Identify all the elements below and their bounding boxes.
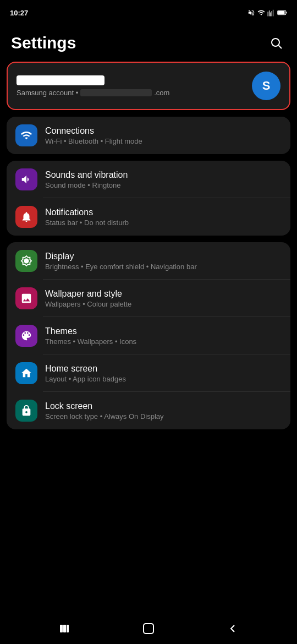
sounds-text: Sounds and vibration Sound mode • Ringto… xyxy=(45,170,282,189)
svg-line-4 xyxy=(279,46,282,49)
display-text: Display Brightness • Eye comfort shield … xyxy=(45,252,282,271)
lockscreen-text: Lock screen Screen lock type • Always On… xyxy=(45,401,282,421)
brightness-icon xyxy=(20,255,32,267)
lock-icon xyxy=(20,405,32,417)
display-sublabel: Brightness • Eye comfort shield • Naviga… xyxy=(45,263,282,271)
svg-rect-1 xyxy=(286,12,287,14)
account-email-blurred xyxy=(80,89,152,96)
signal-icon xyxy=(267,9,275,17)
themes-sublabel: Themes • Wallpapers • Icons xyxy=(45,337,282,346)
status-time: 10:27 xyxy=(10,9,28,17)
recents-button[interactable] xyxy=(51,618,78,640)
search-icon xyxy=(270,36,283,50)
settings-item-themes[interactable]: Themes Themes • Wallpapers • Icons xyxy=(7,317,290,354)
page-content: Settings Samsung account • .com S xyxy=(0,22,297,474)
header: Settings xyxy=(0,22,297,62)
volume-icon xyxy=(20,173,32,185)
home-nav-icon xyxy=(142,622,155,635)
image-icon xyxy=(20,292,32,304)
connections-sublabel: Wi-Fi • Bluetooth • Flight mode xyxy=(45,137,282,145)
settings-item-sounds[interactable]: Sounds and vibration Sound mode • Ringto… xyxy=(7,161,290,198)
wifi-icon xyxy=(20,129,32,141)
display-label: Display xyxy=(45,252,282,261)
notifications-text: Notifications Status bar • Do not distur… xyxy=(45,208,282,227)
settings-group-display-etc: Display Brightness • Eye comfort shield … xyxy=(7,242,290,429)
settings-group-sound-notif: Sounds and vibration Sound mode • Ringto… xyxy=(7,161,290,236)
account-info: Samsung account • .com xyxy=(16,75,252,97)
homescreen-label: Home screen xyxy=(45,364,282,374)
bell-icon xyxy=(20,211,32,223)
svg-rect-7 xyxy=(67,625,69,632)
themes-icon xyxy=(20,330,32,342)
connections-text: Connections Wi-Fi • Bluetooth • Flight m… xyxy=(45,126,282,145)
homescreen-icon xyxy=(15,362,37,384)
account-card[interactable]: Samsung account • .com S xyxy=(7,62,290,110)
mute-icon xyxy=(248,9,255,17)
lockscreen-sublabel: Screen lock type • Always On Display xyxy=(45,412,282,421)
sounds-icon xyxy=(15,168,37,190)
lockscreen-label: Lock screen xyxy=(45,401,282,411)
wifi-status-icon xyxy=(257,9,265,17)
wallpaper-sublabel: Wallpapers • Colour palette xyxy=(45,300,282,308)
svg-rect-2 xyxy=(278,11,285,14)
themes-text: Themes Themes • Wallpapers • Icons xyxy=(45,326,282,346)
back-button[interactable] xyxy=(219,618,246,640)
settings-item-lockscreen[interactable]: Lock screen Screen lock type • Always On… xyxy=(7,392,290,429)
notifications-label: Notifications xyxy=(45,208,282,217)
connections-icon xyxy=(15,124,37,146)
svg-rect-6 xyxy=(63,625,66,632)
notifications-sublabel: Status bar • Do not disturb xyxy=(45,219,282,227)
status-icons xyxy=(248,9,287,17)
battery-icon xyxy=(277,9,287,16)
status-bar: 10:27 xyxy=(0,0,297,22)
home-icon xyxy=(20,367,32,379)
settings-item-wallpaper[interactable]: Wallpaper and style Wallpapers • Colour … xyxy=(7,280,290,317)
display-icon xyxy=(15,250,37,272)
wallpaper-label: Wallpaper and style xyxy=(45,289,282,299)
page-title: Settings xyxy=(11,34,76,52)
account-avatar: S xyxy=(252,72,280,100)
svg-rect-5 xyxy=(60,625,63,632)
sounds-label: Sounds and vibration xyxy=(45,170,282,180)
lockscreen-icon xyxy=(15,400,37,422)
wallpaper-text: Wallpaper and style Wallpapers • Colour … xyxy=(45,289,282,308)
back-icon xyxy=(226,622,239,635)
sounds-sublabel: Sound mode • Ringtone xyxy=(45,181,282,189)
account-email-prefix: Samsung account • xyxy=(16,89,78,97)
notifications-icon xyxy=(15,206,37,228)
settings-item-notifications[interactable]: Notifications Status bar • Do not distur… xyxy=(7,198,290,236)
homescreen-text: Home screen Layout • App icon badges xyxy=(45,364,282,383)
account-email: Samsung account • .com xyxy=(16,89,252,97)
svg-point-3 xyxy=(272,39,279,46)
settings-item-homescreen[interactable]: Home screen Layout • App icon badges xyxy=(7,354,290,392)
connections-label: Connections xyxy=(45,126,282,136)
bottom-nav xyxy=(0,613,297,644)
settings-item-connections[interactable]: Connections Wi-Fi • Bluetooth • Flight m… xyxy=(7,117,290,154)
account-name-blurred xyxy=(16,75,105,85)
settings-group-connections: Connections Wi-Fi • Bluetooth • Flight m… xyxy=(7,117,290,154)
recents-icon xyxy=(58,622,71,635)
search-button[interactable] xyxy=(266,33,286,53)
homescreen-sublabel: Layout • App icon badges xyxy=(45,375,282,383)
settings-item-display[interactable]: Display Brightness • Eye comfort shield … xyxy=(7,242,290,280)
home-button[interactable] xyxy=(135,618,162,640)
wallpaper-icon xyxy=(15,287,37,309)
account-email-suffix: .com xyxy=(154,89,169,97)
themes-icon-container xyxy=(15,325,37,347)
themes-label: Themes xyxy=(45,326,282,336)
svg-rect-8 xyxy=(144,624,153,634)
